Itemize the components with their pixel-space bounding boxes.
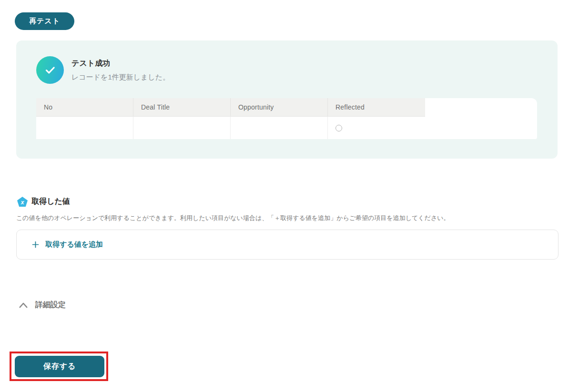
test-result-panel: テスト成功 レコードを1件更新しました。 No Deal Title Oppor… bbox=[16, 40, 558, 159]
cell-opportunity bbox=[231, 117, 328, 139]
save-button[interactable]: 保存する bbox=[15, 356, 104, 377]
obtained-values-heading: x 取得した値 bbox=[17, 197, 70, 207]
variable-pentagon-icon: x bbox=[17, 197, 28, 207]
cell-no bbox=[36, 117, 133, 139]
column-header-reflected: Reflected bbox=[328, 98, 425, 117]
column-header-no: No bbox=[36, 98, 133, 117]
status-title: テスト成功 bbox=[71, 59, 110, 69]
advanced-settings-toggle[interactable]: 詳細設定 bbox=[18, 300, 66, 310]
obtained-values-title: 取得した値 bbox=[31, 197, 70, 207]
column-header-deal-title: Deal Title bbox=[133, 98, 231, 117]
variable-icon-glyph: x bbox=[21, 200, 24, 205]
status-message: レコードを1件更新しました。 bbox=[71, 73, 170, 82]
obtained-values-description: この値を他のオペレーションで利用することができます。利用したい項目がない場合は、… bbox=[16, 214, 450, 222]
cell-deal-title bbox=[133, 117, 231, 139]
add-value-button[interactable]: 取得する値を追加 bbox=[16, 230, 559, 260]
advanced-settings-label: 詳細設定 bbox=[35, 300, 66, 310]
table-header-row: No Deal Title Opportunity Reflected bbox=[36, 98, 537, 117]
success-check-icon bbox=[36, 56, 64, 84]
reflected-radio[interactable] bbox=[335, 125, 342, 131]
table-row bbox=[36, 117, 537, 139]
result-table: No Deal Title Opportunity Reflected bbox=[36, 98, 537, 139]
add-value-label: 取得する値を追加 bbox=[45, 240, 103, 249]
retest-button[interactable]: 再テスト bbox=[15, 12, 74, 30]
cell-reflected bbox=[328, 117, 425, 139]
plus-icon bbox=[31, 240, 40, 249]
column-header-opportunity: Opportunity bbox=[231, 98, 328, 117]
chevron-up-icon bbox=[18, 301, 29, 310]
